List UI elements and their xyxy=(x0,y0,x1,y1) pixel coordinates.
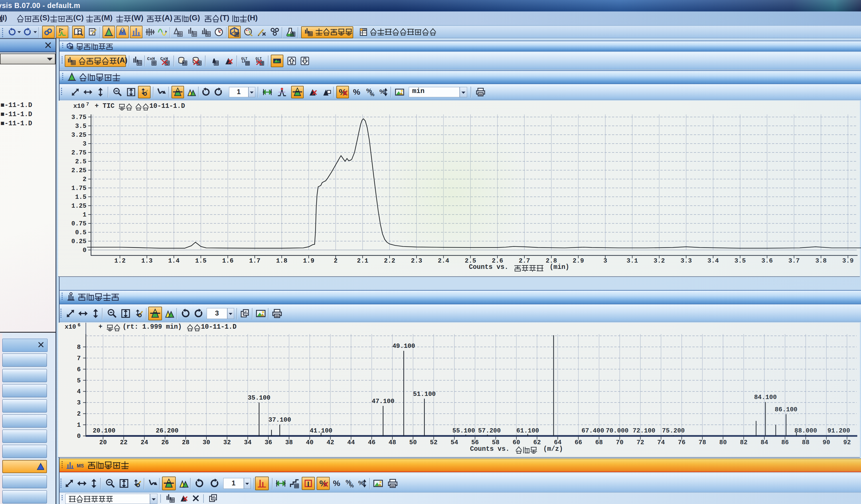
svg-text:67.400: 67.400 xyxy=(582,428,604,434)
svg-text:35.100: 35.100 xyxy=(248,394,270,402)
svg-text:68: 68 xyxy=(596,439,603,446)
svg-text:3: 3 xyxy=(77,399,81,406)
svg-text:50: 50 xyxy=(409,439,417,446)
svg-text:%: % xyxy=(333,478,340,488)
svg-text:4: 4 xyxy=(77,388,81,395)
svg-text:26.200: 26.200 xyxy=(156,428,178,434)
svg-text:37.100: 37.100 xyxy=(269,417,291,424)
svg-text:86: 86 xyxy=(781,439,789,446)
svg-text:7: 7 xyxy=(77,355,81,362)
svg-text:61.100: 61.100 xyxy=(516,428,539,434)
svg-text:70.000: 70.000 xyxy=(606,428,628,434)
svg-text:66: 66 xyxy=(574,439,582,446)
svg-text:20.100: 20.100 xyxy=(93,428,115,434)
svg-text:24: 24 xyxy=(140,439,148,446)
svg-text:80: 80 xyxy=(719,439,727,446)
svg-text:92: 92 xyxy=(843,439,851,446)
svg-text:2: 2 xyxy=(77,410,81,418)
svg-text:20: 20 xyxy=(99,439,107,446)
svg-text:22: 22 xyxy=(120,439,127,446)
svg-text:86.100: 86.100 xyxy=(775,406,797,413)
svg-text:40: 40 xyxy=(306,439,313,446)
svg-text:30: 30 xyxy=(203,439,210,446)
svg-text:60: 60 xyxy=(512,439,520,446)
svg-text:38: 38 xyxy=(285,439,293,446)
svg-text:72.100: 72.100 xyxy=(632,428,655,434)
svg-text:72: 72 xyxy=(637,439,644,446)
svg-text:75.200: 75.200 xyxy=(662,428,685,434)
svg-text:8: 8 xyxy=(77,344,81,351)
svg-text:%: % xyxy=(319,478,327,488)
svg-text:47.100: 47.100 xyxy=(372,398,394,405)
svg-text:%: % xyxy=(358,479,364,487)
svg-text:32: 32 xyxy=(223,439,231,446)
svg-text:36: 36 xyxy=(264,439,272,446)
svg-text:88.000: 88.000 xyxy=(794,428,817,434)
svg-text:42: 42 xyxy=(327,439,334,446)
svg-text:84.100: 84.100 xyxy=(754,394,777,401)
svg-text:48: 48 xyxy=(389,439,396,446)
svg-text:44: 44 xyxy=(347,439,355,446)
svg-text:0: 0 xyxy=(77,433,81,440)
svg-text:74: 74 xyxy=(657,439,665,446)
svg-text:76: 76 xyxy=(678,439,685,446)
svg-text:57.200: 57.200 xyxy=(478,428,501,434)
svg-text:54: 54 xyxy=(451,439,458,446)
svg-text:MS: MS xyxy=(77,463,84,468)
svg-text:82: 82 xyxy=(740,439,747,446)
svg-text:91.200: 91.200 xyxy=(828,428,850,434)
svg-text:5: 5 xyxy=(77,377,81,384)
svg-text:28: 28 xyxy=(182,439,190,446)
svg-text:52: 52 xyxy=(430,439,437,446)
svg-text:70: 70 xyxy=(616,439,624,446)
svg-text:49.100: 49.100 xyxy=(393,343,415,350)
svg-text:55.100: 55.100 xyxy=(452,428,475,434)
svg-text:34: 34 xyxy=(244,439,251,446)
svg-text:46: 46 xyxy=(368,439,375,446)
svg-text:90: 90 xyxy=(823,439,830,446)
svg-text:51.100: 51.100 xyxy=(413,391,436,398)
svg-text:%: % xyxy=(349,483,354,489)
svg-text:6: 6 xyxy=(77,366,81,373)
svg-text:41.100: 41.100 xyxy=(310,428,332,434)
svg-text:84: 84 xyxy=(761,439,768,446)
svg-text:1: 1 xyxy=(77,422,81,429)
svg-text:88: 88 xyxy=(802,439,809,446)
svg-text:78: 78 xyxy=(699,439,706,446)
svg-text:26: 26 xyxy=(161,439,168,446)
